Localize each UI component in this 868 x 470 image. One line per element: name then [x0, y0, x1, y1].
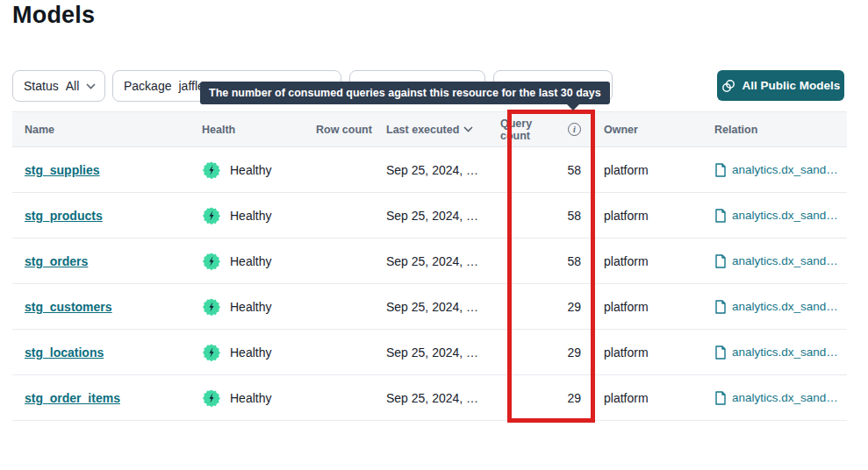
- health-badge: Healthy: [202, 160, 271, 180]
- relation-link[interactable]: analytics.dx_sand…: [714, 345, 838, 360]
- health-label: Healthy: [230, 345, 271, 360]
- health-badge: Healthy: [202, 297, 271, 317]
- owner-cell: platform: [592, 345, 702, 360]
- model-name-link[interactable]: stg_locations: [25, 345, 104, 360]
- last-executed-cell: Sep 25, 2024, …: [374, 209, 500, 223]
- model-name-link[interactable]: stg_products: [25, 209, 103, 223]
- relation-link[interactable]: analytics.dx_sand…: [714, 300, 838, 314]
- table-header-row: Name Health Row count Last executed Quer…: [12, 112, 847, 147]
- page-title: Models: [12, 2, 95, 29]
- file-icon: [714, 345, 727, 360]
- last-executed-cell: Sep 25, 2024, …: [374, 391, 500, 405]
- table-body: stg_supplies Healthy Sep 25, 2024, … 58 …: [12, 147, 847, 421]
- relation-link[interactable]: analytics.dx_sand…: [714, 163, 838, 177]
- all-public-models-button[interactable]: All Public Models: [717, 70, 844, 101]
- health-label: Healthy: [230, 209, 271, 223]
- column-header-health: Health: [190, 124, 304, 136]
- relation-label: analytics.dx_sand…: [732, 254, 838, 267]
- last-executed-cell: Sep 25, 2024, …: [374, 163, 500, 177]
- file-icon: [714, 391, 727, 405]
- chevron-down-icon: [86, 83, 96, 89]
- health-label: Healthy: [230, 163, 271, 177]
- health-badge: Healthy: [202, 206, 271, 225]
- health-seal-bolt-icon: [202, 297, 221, 317]
- column-header-name: Name: [12, 124, 190, 136]
- relation-label: analytics.dx_sand…: [732, 163, 838, 176]
- model-name-link[interactable]: stg_customers: [25, 300, 112, 314]
- table-row: stg_order_items Healthy Sep 25, 2024, … …: [12, 375, 847, 421]
- health-label: Healthy: [230, 391, 271, 405]
- column-header-last-executed[interactable]: Last executed: [374, 124, 500, 136]
- owner-cell: platform: [592, 254, 702, 268]
- health-label: Healthy: [230, 254, 271, 268]
- query-count-cell: 58: [500, 254, 592, 268]
- column-header-owner: Owner: [592, 124, 702, 136]
- owner-cell: platform: [592, 391, 702, 405]
- table-row: stg_customers Healthy Sep 25, 2024, … 29…: [12, 284, 847, 330]
- last-executed-cell: Sep 25, 2024, …: [374, 345, 500, 360]
- column-header-query-count: Query count i: [500, 118, 592, 142]
- health-badge: Healthy: [202, 343, 271, 362]
- file-icon: [714, 300, 727, 314]
- health-seal-bolt-icon: [202, 388, 221, 408]
- model-name-link[interactable]: stg_supplies: [25, 163, 100, 177]
- relation-label: analytics.dx_sand…: [732, 391, 838, 404]
- file-icon: [714, 163, 727, 177]
- query-count-cell: 29: [500, 345, 592, 360]
- file-icon: [714, 209, 727, 223]
- status-filter[interactable]: Status All: [12, 70, 105, 102]
- query-count-cell: 58: [500, 163, 592, 177]
- status-filter-value: All: [66, 79, 80, 93]
- chain-link-icon: [721, 79, 735, 93]
- model-name-link[interactable]: stg_order_items: [25, 391, 120, 405]
- health-seal-bolt-icon: [202, 160, 221, 180]
- model-name-link[interactable]: stg_orders: [25, 254, 88, 268]
- query-count-cell: 29: [500, 300, 592, 314]
- health-seal-bolt-icon: [202, 206, 221, 225]
- info-circle-icon[interactable]: i: [568, 123, 581, 136]
- query-count-cell: 29: [500, 391, 592, 405]
- table-row: stg_locations Healthy Sep 25, 2024, … 29…: [12, 330, 847, 375]
- query-count-tooltip: The number of consumed queries against t…: [200, 82, 610, 104]
- relation-label: analytics.dx_sand…: [732, 345, 838, 359]
- package-filter-label: Package: [124, 79, 171, 93]
- sort-chevron-down-icon: [463, 126, 473, 132]
- owner-cell: platform: [592, 300, 702, 314]
- health-seal-bolt-icon: [202, 252, 221, 271]
- column-header-relation: Relation: [702, 124, 847, 136]
- health-label: Healthy: [230, 300, 271, 314]
- query-count-cell: 58: [500, 209, 592, 223]
- last-executed-cell: Sep 25, 2024, …: [374, 300, 500, 314]
- models-page: Models Status All Package jaffle_ All Pu…: [0, 0, 868, 470]
- table-row: stg_orders Healthy Sep 25, 2024, … 58 pl…: [12, 239, 847, 284]
- models-table: Name Health Row count Last executed Quer…: [12, 111, 847, 421]
- relation-label: analytics.dx_sand…: [732, 209, 838, 222]
- all-public-models-label: All Public Models: [742, 79, 841, 92]
- relation-label: analytics.dx_sand…: [732, 300, 838, 313]
- table-row: stg_supplies Healthy Sep 25, 2024, … 58 …: [12, 147, 847, 193]
- last-executed-cell: Sep 25, 2024, …: [374, 254, 500, 268]
- table-row: stg_products Healthy Sep 25, 2024, … 58 …: [12, 193, 847, 239]
- status-filter-label: Status: [24, 79, 59, 93]
- relation-link[interactable]: analytics.dx_sand…: [714, 209, 838, 223]
- owner-cell: platform: [592, 209, 702, 223]
- tooltip-arrow: [566, 103, 580, 110]
- column-header-row-count: Row count: [304, 124, 374, 136]
- relation-link[interactable]: analytics.dx_sand…: [714, 391, 838, 405]
- file-icon: [714, 254, 727, 268]
- health-seal-bolt-icon: [202, 343, 221, 362]
- owner-cell: platform: [592, 163, 702, 177]
- health-badge: Healthy: [202, 388, 271, 408]
- health-badge: Healthy: [202, 252, 271, 271]
- relation-link[interactable]: analytics.dx_sand…: [714, 254, 838, 268]
